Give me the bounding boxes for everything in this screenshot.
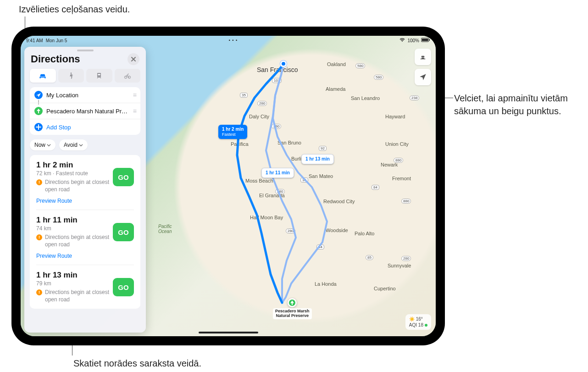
- preview-route-link[interactable]: Preview Route: [36, 253, 72, 259]
- road-shield: 84: [372, 185, 379, 190]
- reorder-handle-icon[interactable]: ≡: [133, 91, 136, 99]
- battery-icon: [421, 38, 430, 43]
- waypoints-list: My Location ≡ Pescadero Marsh Natural Pr…: [30, 87, 140, 135]
- tab-transit[interactable]: [86, 69, 112, 83]
- destination-dot-icon: [34, 107, 43, 115]
- svg-point-3: [70, 72, 72, 74]
- waypoint-start[interactable]: My Location ≡: [30, 87, 140, 103]
- weather-aqi: AQI 18: [409, 322, 423, 328]
- start-pin[interactable]: [280, 61, 287, 67]
- route-pill-sub: Fastest: [222, 132, 244, 137]
- go-button[interactable]: GO: [113, 168, 134, 186]
- add-stop-label: Add Stop: [46, 124, 136, 131]
- map-label-ocean: Pacific Ocean: [158, 224, 172, 234]
- callout-top: Izvēlieties ceļošanas veidu.: [19, 3, 130, 16]
- road-shield: 580: [355, 63, 365, 68]
- status-bar: 9:41 AM Mon Jun 5 • • • 100%: [21, 36, 436, 45]
- map-mode-button[interactable]: [415, 49, 431, 65]
- svg-rect-5: [98, 74, 100, 75]
- map-city-oakland: Oakland: [327, 61, 346, 67]
- road-shield: 280: [275, 189, 285, 194]
- weather-temp: 16°: [416, 316, 423, 322]
- road-shield: 238: [410, 95, 419, 100]
- reorder-handle-icon[interactable]: ≡: [133, 107, 136, 115]
- map-city-woodside: Woodside: [326, 228, 348, 233]
- location-arrow-icon: [34, 91, 43, 99]
- road-shield: 280: [257, 101, 267, 106]
- route-warning: ! Directions begin at closest open road: [36, 234, 110, 248]
- road-shield: 35: [300, 178, 308, 183]
- transport-tabs: [24, 69, 146, 87]
- route-pill-alt2[interactable]: 1 hr 13 min: [301, 154, 334, 164]
- route-card[interactable]: 1 hr 13 min 79 km ! Directions begin at …: [30, 265, 140, 308]
- route-card[interactable]: 1 hr 2 min 72 km · Fastest route ! Direc…: [30, 155, 140, 209]
- map-city-dalycity: Daly City: [249, 114, 269, 119]
- road-shield: 280: [272, 124, 281, 129]
- svg-rect-2: [429, 39, 430, 41]
- tab-drive[interactable]: [30, 69, 56, 83]
- chip-label: Now: [34, 142, 45, 148]
- multitask-dots[interactable]: • • •: [229, 38, 238, 43]
- avoid-chip[interactable]: Avoid: [59, 139, 88, 150]
- preview-route-link[interactable]: Preview Route: [36, 198, 72, 204]
- road-shield: 35: [240, 93, 248, 98]
- status-date: Mon Jun 5: [46, 38, 67, 43]
- close-button[interactable]: [128, 53, 139, 65]
- map-city-cupertino: Cupertino: [374, 286, 396, 291]
- road-shield: 880: [401, 199, 411, 204]
- waypoint-end-label: Pescadero Marsh Natural Pres…: [46, 108, 129, 115]
- add-stop-button[interactable]: Add Stop: [30, 119, 140, 135]
- map-city-sanbruno: San Bruno: [277, 140, 301, 145]
- panel-handle[interactable]: [77, 50, 94, 51]
- route-card[interactable]: 1 hr 11 min 74 km ! Directions begin at …: [30, 210, 140, 264]
- weather-widget[interactable]: ☀️ 16° AQI 18: [405, 314, 431, 330]
- map-city-sanleandro: San Leandro: [351, 95, 380, 101]
- depart-now-chip[interactable]: Now: [30, 139, 55, 150]
- destination-label: Pescadero Marsh Natural Preserve: [273, 308, 312, 319]
- wifi-icon: [399, 38, 405, 43]
- route-warning: ! Directions begin at closest open road: [36, 179, 110, 193]
- tab-cycle[interactable]: [115, 69, 141, 83]
- directions-panel: Directions: [24, 47, 146, 333]
- go-button[interactable]: GO: [113, 223, 134, 241]
- route-pill-alt1[interactable]: 1 hr 11 min: [261, 168, 294, 178]
- home-indicator[interactable]: [199, 332, 258, 333]
- map-city-fremont: Fremont: [392, 176, 411, 181]
- callout-bottom: Skatiet norādes saraksta veidā.: [73, 357, 201, 370]
- transit-icon: [94, 72, 104, 79]
- ipad-screen: 9:41 AM Mon Jun 5 • • • 100% San Francis…: [21, 36, 436, 336]
- svg-point-6: [98, 76, 99, 77]
- chevron-down-icon: [79, 143, 83, 147]
- options-row: Now Avoid: [24, 139, 146, 155]
- panel-title: Directions: [31, 53, 80, 65]
- warning-icon: !: [36, 234, 42, 240]
- locate-button[interactable]: [415, 69, 431, 85]
- battery-label: 100%: [407, 38, 419, 43]
- destination-pin[interactable]: Pescadero Marsh Natural Preserve: [273, 298, 312, 319]
- car-icon: [38, 72, 47, 79]
- chip-label: Avoid: [64, 142, 78, 148]
- waypoint-start-label: My Location: [46, 92, 129, 99]
- route-pill-main[interactable]: 1 hr 2 min Fastest: [218, 125, 247, 139]
- map-city-mossbeach: Moss Beach: [245, 178, 273, 183]
- map-city-alameda: Alameda: [326, 86, 345, 92]
- map-city-paloalto: Palo Alto: [355, 231, 374, 236]
- route-pill-time: 1 hr 2 min: [222, 127, 244, 132]
- sun-icon: ☀️: [409, 316, 415, 322]
- waypoint-end[interactable]: Pescadero Marsh Natural Pres… ≡: [30, 103, 140, 119]
- svg-rect-1: [422, 39, 428, 41]
- aqi-dot-icon: [425, 324, 427, 327]
- walk-icon: [67, 72, 76, 79]
- go-button[interactable]: GO: [113, 278, 134, 296]
- map-city-sunnyvale: Sunnyvale: [388, 263, 411, 268]
- route-warning-text: Directions begin at closest open road: [45, 234, 110, 248]
- close-icon: [131, 56, 136, 62]
- warning-icon: !: [36, 289, 42, 295]
- map-city-lahonda: La Honda: [315, 281, 337, 287]
- route-warning-text: Directions begin at closest open road: [45, 179, 110, 193]
- warning-icon: !: [36, 179, 42, 185]
- routes-list[interactable]: 1 hr 2 min 72 km · Fastest route ! Direc…: [24, 155, 146, 333]
- tab-walk[interactable]: [58, 69, 84, 83]
- svg-point-7: [100, 76, 100, 77]
- road-shield: 85: [366, 255, 373, 260]
